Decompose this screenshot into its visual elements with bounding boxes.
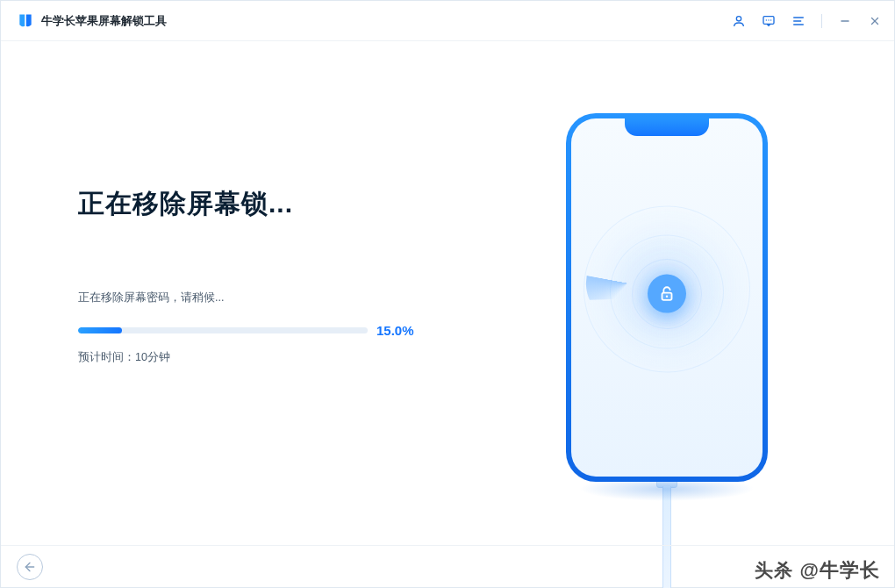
phone-illustration: [566, 113, 768, 482]
close-button[interactable]: [868, 14, 882, 28]
status-text: 正在移除屏幕密码，请稍候...: [78, 290, 440, 305]
phone-screen: [571, 118, 763, 477]
headline: 正在移除屏幕锁...: [78, 186, 440, 222]
watermark: 头杀 @牛学长: [755, 557, 880, 584]
phone-notch: [625, 118, 709, 136]
svg-point-0: [736, 16, 741, 20]
left-pane: 正在移除屏幕锁... 正在移除屏幕密码，请稍候... 15.0% 预计时间：10…: [1, 41, 440, 545]
chat-icon[interactable]: [762, 14, 776, 28]
title-bar: 牛学长苹果屏幕解锁工具: [1, 1, 894, 41]
eta: 预计时间：10分钟: [78, 350, 440, 365]
app-title: 牛学长苹果屏幕解锁工具: [41, 13, 167, 29]
eta-value: 10分钟: [135, 351, 170, 363]
phone-frame: [566, 113, 768, 482]
right-pane: [440, 41, 894, 545]
svg-point-12: [666, 296, 668, 298]
watermark-text: @牛学长: [800, 559, 880, 581]
watermark-prefix: 头杀: [755, 560, 793, 580]
content: 正在移除屏幕锁... 正在移除屏幕密码，请稍候... 15.0% 预计时间：10…: [1, 41, 894, 545]
progress-row: 15.0%: [78, 323, 440, 338]
minimize-button[interactable]: [838, 14, 852, 28]
svg-point-2: [766, 19, 767, 20]
eta-label: 预计时间：: [78, 351, 135, 363]
title-right: [732, 14, 882, 28]
title-separator: [821, 14, 822, 28]
user-icon[interactable]: [732, 14, 746, 28]
app-logo-icon: [17, 12, 34, 30]
svg-point-3: [768, 19, 769, 20]
app-window: 牛学长苹果屏幕解锁工具: [0, 0, 895, 588]
lock-icon: [648, 275, 686, 313]
menu-icon[interactable]: [791, 14, 806, 28]
back-button[interactable]: [17, 554, 43, 580]
progress-percent-label: 15.0%: [376, 323, 414, 338]
progress-bar: [78, 327, 368, 333]
svg-point-4: [770, 19, 771, 20]
title-left: 牛学长苹果屏幕解锁工具: [17, 12, 167, 30]
progress-fill: [78, 327, 122, 333]
